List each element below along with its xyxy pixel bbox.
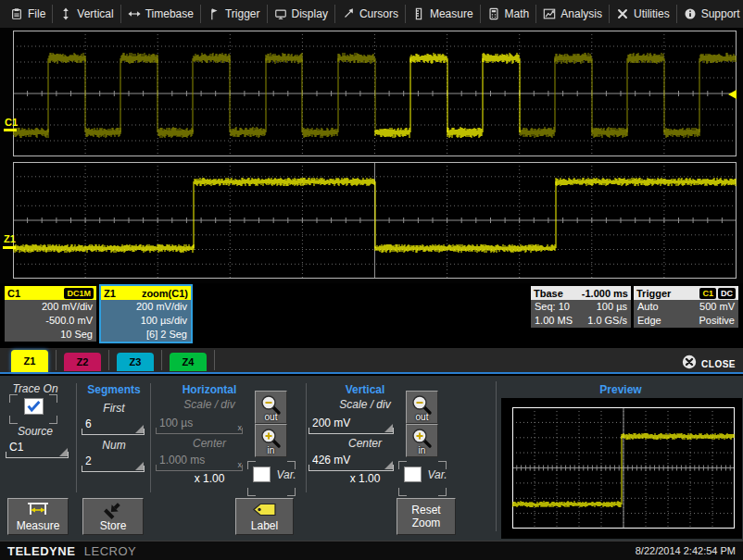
menu-item-trigger[interactable]: Trigger (201, 5, 268, 23)
disabled-x-icon: x (238, 423, 243, 432)
v-zoom-out-button[interactable]: out (406, 391, 438, 424)
tab-z1[interactable]: Z1 (11, 350, 48, 372)
c1-segments: 10 Seg (5, 328, 96, 342)
menu-item-file[interactable]: File (4, 5, 53, 23)
v-zoom-in-button[interactable]: in (406, 424, 438, 457)
brand-lecroy: LECROY (84, 544, 136, 558)
z1-segments: [6] 2 Seg (101, 328, 191, 342)
trace-on-label: Trace On (2, 382, 69, 395)
reset-zoom-button[interactable]: Reset Zoom (397, 498, 456, 535)
z1-waveform-grid[interactable] (13, 162, 737, 279)
first-label: First (78, 402, 150, 415)
vertical-icon (59, 7, 72, 20)
menu-item-label: Utilities (634, 7, 670, 20)
menu-item-utilities[interactable]: Utilities (610, 5, 677, 23)
close-button[interactable]: CLOSE (682, 355, 736, 373)
v-var-label: Var. (423, 468, 451, 481)
tbase-perdiv: 100 µs (597, 300, 627, 314)
measure-button[interactable]: Measure (7, 498, 69, 535)
menu-item-label: Cursors (359, 7, 398, 20)
timebase-descriptor[interactable]: Tbase -1.000 ms Seq: 10 100 µs 1.00 MS 1… (531, 286, 631, 328)
descriptor-row: C1 DC1M 200 mV/div -500.0 mV 10 Seg Z1 z… (0, 283, 743, 348)
menu-item-support[interactable]: Support (677, 5, 743, 23)
v-center-field[interactable]: 426 mV (309, 450, 394, 471)
reset-zoom-label-line2: Zoom (397, 516, 455, 529)
menu-item-math[interactable]: Math (481, 5, 537, 23)
support-icon (684, 7, 697, 20)
tbase-seq: Seq: 10 (535, 300, 570, 314)
zoom-in-label: in (407, 445, 437, 455)
num-label: Num (78, 439, 150, 452)
z1-vscale: 200 mV/div (101, 300, 191, 314)
menu-item-label: Math (505, 7, 530, 20)
tbase-delay: -1.000 ms (582, 288, 628, 299)
num-segments-value: 2 (85, 454, 92, 467)
dropdown-triangle-icon (384, 424, 393, 432)
v-var-checkbox[interactable] (404, 467, 422, 482)
menu-item-analysis[interactable]: Analysis (536, 5, 610, 23)
v-scale-field[interactable]: 200 mV (309, 413, 394, 434)
tab-separator (56, 350, 57, 370)
v-center-value: 426 mV (312, 454, 350, 467)
h-zoom-out-button[interactable]: out (255, 391, 287, 424)
source-value: C1 (9, 441, 23, 454)
trigger-icon (208, 7, 220, 20)
preview-waveform-grid (512, 407, 735, 529)
brand-teledyne: TELEDYNE (7, 544, 75, 558)
label-tag-icon (236, 502, 293, 521)
status-bar: TELEDYNE LECROY 8/22/2014 2:42:54 PM (0, 541, 743, 560)
menu-item-display[interactable]: Display (268, 5, 335, 23)
menu-item-vertical[interactable]: Vertical (53, 5, 120, 23)
display-icon (274, 7, 287, 20)
z1-offset-marker (3, 246, 16, 249)
num-segments-field[interactable]: 2 (82, 451, 145, 472)
trigger-source-badge: C1 (699, 288, 716, 299)
c1-scale: 200 mV/div (5, 300, 96, 314)
menu-item-label: Analysis (560, 7, 602, 20)
measure-button-label: Measure (8, 519, 68, 532)
first-segment-field[interactable]: 6 (82, 414, 145, 435)
menu-item-label: Display (292, 7, 328, 20)
trigger-coupling-badge: DC (718, 288, 736, 299)
first-segment-value: 6 (85, 417, 92, 430)
trace-on-checkbox[interactable] (24, 398, 44, 415)
menu-item-measure[interactable]: Measure (406, 5, 481, 23)
c1-coupling-badge: DC1M (64, 288, 94, 299)
menu-item-cursors[interactable]: Cursors (335, 5, 406, 23)
measure-cursors-icon (8, 502, 68, 521)
zoom-z1-descriptor[interactable]: Z1 zoom(C1) 200 mV/div 100 µs/div [6] 2 … (99, 284, 193, 343)
source-field[interactable]: C1 (6, 437, 69, 458)
file-icon (10, 7, 23, 20)
h-var-checkbox[interactable] (253, 467, 271, 482)
label-button[interactable]: Label (235, 498, 294, 535)
zoom-dialog: Trace On Source C1 Segments First 6 Num … (0, 376, 743, 541)
section-divider (496, 381, 497, 531)
c1-waveform-grid[interactable] (13, 31, 737, 156)
tab-z3[interactable]: Z3 (117, 353, 154, 371)
menu-item-label: Measure (430, 7, 473, 20)
channel-c1-descriptor[interactable]: C1 DC1M 200 mV/div -500.0 mV 10 Seg (5, 286, 96, 342)
tab-z2[interactable]: Z2 (64, 353, 101, 371)
h-scale-field: 100 µs x (156, 413, 243, 434)
dropdown-triangle-icon (135, 425, 144, 433)
h-scale-label: Scale / div (154, 398, 265, 411)
trigger-type: Edge (637, 314, 661, 328)
h-multiplier: x 1.00 (154, 472, 265, 485)
menu-item-timebase[interactable]: Timebase (121, 5, 201, 23)
trigger-level-marker-icon[interactable] (728, 90, 737, 99)
checkmark-icon (25, 399, 43, 414)
store-button[interactable]: Store (82, 498, 144, 535)
datetime: 8/22/2014 2:42:54 PM (636, 545, 736, 556)
tab-z4[interactable]: Z4 (170, 353, 207, 371)
cursors-icon (342, 7, 355, 20)
c1-offset-marker (4, 129, 17, 131)
v-scale-value: 200 mV (312, 417, 350, 429)
z1-hscale: 100 µs/div (101, 314, 191, 328)
zoom-out-label: out (256, 412, 286, 422)
h-zoom-in-button[interactable]: in (255, 424, 287, 457)
zoom-out-label: out (407, 412, 437, 422)
h-var-label: Var. (272, 468, 300, 481)
horizontal-header: Horizontal (154, 383, 265, 396)
c1-channel-label: C1 (5, 117, 18, 128)
trigger-descriptor[interactable]: Trigger C1 DC Auto 500 mV Edge Positive (634, 286, 738, 328)
